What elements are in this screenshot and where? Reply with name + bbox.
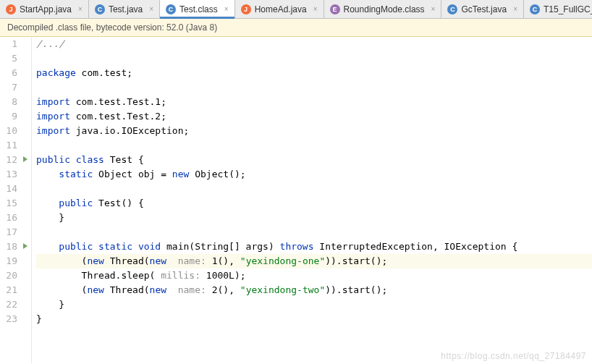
code-text: Object(); [189,169,245,179]
tab-label: RoundingMode.class [344,4,425,14]
java-icon: J [6,4,16,14]
code-text: } [36,212,64,223]
line-number: 19 [0,254,17,268]
line-number: 23 [0,312,17,326]
code-text: ( [36,255,87,266]
code-text: } [36,299,64,310]
class-icon: C [95,4,105,14]
code-text [166,284,178,295]
line-number: 6 [0,66,17,80]
code-text: import [36,111,70,122]
code-text: new [172,169,189,179]
tab-label: Test.java [109,4,143,14]
code-text: com.test.Test.1; [70,96,166,107]
code-text: 1(), [206,255,240,266]
line-number: 18 [0,240,17,254]
banner-text: Decompiled .class file, bytecode version… [7,22,217,33]
code-text: /.../ [36,38,64,49]
tab-label: HomeAd.java [255,4,307,14]
line-number: 17 [0,225,17,240]
tab-test-class[interactable]: CTest.class× [160,0,235,18]
line-number: 1 [0,37,17,51]
close-icon[interactable]: × [513,5,517,13]
code-text: Object obj = [93,169,172,179]
line-number: 9 [0,109,17,124]
code-text: import [36,125,70,136]
line-number: 20 [0,268,17,283]
tab-homead[interactable]: JHomeAd.java× [235,0,324,18]
code-text: java.io.IOException; [70,125,189,136]
close-icon[interactable]: × [78,5,83,13]
line-number: 15 [0,196,17,211]
tab-startapp[interactable]: JStartApp.java× [0,0,89,18]
tab-label: GcTest.java [461,4,507,14]
line-number: 12 [0,153,17,167]
code-text: new [150,284,166,295]
code-text: Thread( [104,284,150,295]
code-text: 2(), [206,284,240,295]
editor-tabs: JStartApp.java× CTest.java× CTest.class×… [0,0,592,19]
tab-t15[interactable]: CT15_FullGC_Problem [524,0,592,18]
param-hint: name: [178,284,206,295]
close-icon[interactable]: × [313,5,318,13]
code-text: new [150,255,166,266]
run-gutter-icon[interactable] [23,156,30,164]
tab-label: Test.class [179,4,218,14]
code-text: Test() { [93,198,143,208]
code-text: com.test; [76,67,132,78]
code-text: } [36,313,42,324]
code-text: package [36,67,76,78]
code-area[interactable]: /.../ package com.test; import com.test.… [32,37,592,363]
code-text: )).start(); [325,284,387,295]
param-hint: millis: [161,270,200,281]
line-number: 21 [0,283,17,297]
code-text: new [87,284,103,295]
code-text: "yexindong-two" [240,284,325,295]
line-number: 14 [0,182,17,196]
line-number: 8 [0,95,17,109]
tab-test-java[interactable]: CTest.java× [89,0,160,18]
code-text: Thread.sleep( [36,270,161,281]
code-editor[interactable]: 1 5 6 7 8 9 10 11 12 13 14 15 16 17 18 1… [0,37,592,363]
java-icon: J [241,4,251,14]
code-text: ( [36,284,87,295]
close-icon[interactable]: × [149,5,153,13]
code-text: )).start(); [325,255,387,266]
code-text: public [36,198,93,208]
class-icon: C [530,4,540,14]
line-number-gutter: 1 5 6 7 8 9 10 11 12 13 14 15 16 17 18 1… [0,37,22,363]
class-icon: C [166,4,176,14]
line-number: 13 [0,167,17,182]
run-gutter-icon[interactable] [23,243,30,250]
close-icon[interactable]: × [431,5,436,13]
line-number: 11 [0,138,17,153]
code-text: throws [280,241,314,252]
line-number: 22 [0,297,17,312]
close-icon[interactable]: × [224,5,229,13]
code-text: Test { [104,154,144,165]
enum-icon: E [330,4,340,14]
code-text: static [36,169,93,179]
code-text: new [87,255,103,266]
param-hint: name: [178,255,206,266]
code-text [166,255,178,266]
marker-gutter [22,37,32,363]
code-text: Thread( [104,255,150,266]
tab-label: T15_FullGC_Problem [544,4,592,14]
code-text: InterruptedException, IOException { [314,241,518,252]
code-text: "yexindong-one" [240,255,325,266]
code-text: public class [36,154,104,165]
line-number: 16 [0,211,17,225]
tab-gctest[interactable]: CGcTest.java× [441,0,524,18]
decompiled-banner: Decompiled .class file, bytecode version… [0,19,592,37]
class-icon: C [447,4,457,14]
line-number: 7 [0,80,17,95]
code-text: public static void [36,241,161,252]
code-text: 1000L); [200,270,246,281]
code-text: main(String[] args) [161,241,279,252]
code-text: import [36,96,70,107]
line-number: 5 [0,51,17,66]
code-text: com.test.Test.2; [70,111,166,122]
tab-label: StartApp.java [20,4,72,14]
tab-roundingmode[interactable]: ERoundingMode.class× [324,0,442,18]
